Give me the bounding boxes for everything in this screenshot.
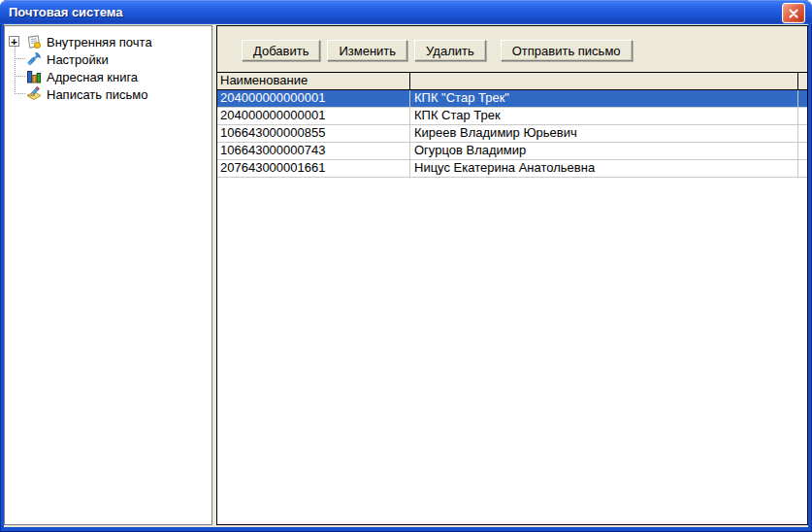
tree-item-settings[interactable]: Настройки [5,50,211,68]
tree-connector-line [15,76,25,77]
table-row[interactable]: 204000000000001 КПК "Стар Трек" [217,90,807,108]
table-cell-name: Огурцов Владимир [410,143,798,159]
expand-plus-icon[interactable]: + [9,36,19,47]
table-cell-spacer [798,160,807,177]
window-content: + Внутренняя почта [4,24,808,527]
navigation-tree: + Внутренняя почта [4,25,212,525]
close-button[interactable] [782,3,805,23]
main-panel: Добавить Изменить Удалить Отправить пись… [216,25,808,525]
close-icon [789,9,798,18]
table-header-spacer [798,73,807,89]
table-cell-spacer [798,108,807,124]
table-cell-spacer [798,125,807,142]
toolbar: Добавить Изменить Удалить Отправить пись… [217,26,807,73]
table-row[interactable]: 207643000001661 Ницус Екатерина Анатолье… [217,160,807,178]
edit-button[interactable]: Изменить [327,40,407,61]
address-book-icon [26,69,42,84]
add-button[interactable]: Добавить [242,40,320,61]
tree-item-write-letter[interactable]: Написать письмо [5,85,211,103]
table-cell-spacer [798,143,807,159]
tree-item-internal-mail[interactable]: + Внутренняя почта [5,33,211,50]
send-letter-button[interactable]: Отправить письмо [501,40,633,61]
table-header-name[interactable]: Наименование [217,73,410,89]
address-table: Наименование 204000000000001 КПК "Стар Т… [217,73,807,524]
titlebar[interactable]: Почтовая система [0,0,812,24]
wrench-icon [26,51,42,67]
table-cell-id: 106643000000855 [217,125,410,142]
table-cell-name: КПК Стар Трек [410,108,798,124]
table-cell-id: 204000000000001 [217,90,410,107]
table-cell-id: 207643000001661 [217,160,410,177]
table-cell-spacer [798,90,807,107]
window-title: Почтовая система [9,5,122,19]
write-letter-icon [26,86,42,102]
table-cell-name: Киреев Владимир Юрьевич [410,125,798,142]
tree-item-address-book[interactable]: Адресная книга [5,68,211,85]
tree-item-label: Внутренняя почта [47,35,152,50]
tree-item-label: Написать письмо [47,87,147,102]
app-window: Почтовая система + В [0,0,812,532]
table-row[interactable]: 106643000000743 Огурцов Владимир [217,143,807,160]
table-row[interactable]: 106643000000855 Киреев Владимир Юрьевич [217,125,807,143]
table-cell-name: КПК "Стар Трек" [410,90,798,107]
table-header-row: Наименование [217,73,807,90]
table-header-blank[interactable] [410,73,798,89]
table-row[interactable]: 204000000000001 КПК Стар Трек [217,108,807,125]
tree-item-label: Настройки [47,52,109,67]
table-cell-name: Ницус Екатерина Анатольевна [410,160,798,177]
table-cell-id: 106643000000743 [217,143,410,159]
tree-connector-line [15,58,25,59]
delete-button[interactable]: Удалить [414,40,486,61]
table-cell-id: 204000000000001 [217,108,410,124]
mail-folder-icon [26,34,42,50]
tree-item-label: Адресная книга [47,70,138,84]
tree-connector-line [15,93,25,94]
